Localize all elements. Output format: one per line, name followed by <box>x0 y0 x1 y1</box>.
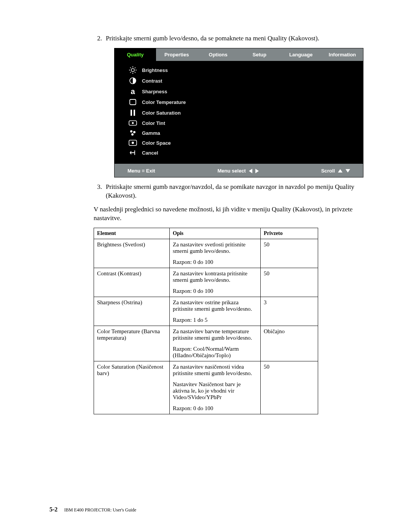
step-number: 3. <box>94 183 102 200</box>
arrow-right-icon <box>255 169 259 173</box>
svg-point-16 <box>133 131 135 133</box>
osd-item-label: Brightness <box>142 67 168 73</box>
step-2: 2. Pritiskajte smerni gumb levo/desno, d… <box>94 34 362 43</box>
cancel-icon <box>124 149 142 156</box>
svg-line-8 <box>130 72 131 73</box>
osd-item-label: Contrast <box>142 78 162 84</box>
osd-item-label: Color Space <box>142 140 171 146</box>
svg-rect-12 <box>134 110 135 116</box>
cell-opis: Za nastavitev barvne temperature pritisn… <box>170 326 261 361</box>
table-row: Brightness (Svetlost) Za nastavitev svet… <box>94 239 318 268</box>
step-3: 3. Pritiskajte smerni gumb navzgor/navzd… <box>94 183 362 200</box>
col-element: Element <box>94 228 170 239</box>
footer-title: IBM E400 PROJECTOR: User's Guide <box>64 507 136 513</box>
col-opis: Opis <box>170 228 261 239</box>
cell-privzeto: Običajno <box>261 326 318 361</box>
arrow-down-icon <box>346 169 350 173</box>
cell-opis: Za nastavitev ostrine prikaza pritisnite… <box>170 297 261 326</box>
osd-item-label: Color Saturation <box>142 110 181 116</box>
arrow-left-icon <box>249 169 252 173</box>
osd-item-sharpness[interactable]: a Sharpness <box>115 86 363 97</box>
osd-footer: Menu = Exit Menu select Scroll <box>115 165 363 177</box>
osd-footer-exit: Menu = Exit <box>127 168 155 174</box>
step-number: 2. <box>94 34 102 43</box>
svg-line-7 <box>135 67 135 68</box>
quality-options-table: Element Opis Privzeto Brightness (Svetlo… <box>94 228 318 414</box>
step-text: Pritiskajte smerni gumb levo/desno, da s… <box>106 34 362 43</box>
intro-paragraph: V naslednji preglednici so navedene možn… <box>94 205 362 222</box>
page-footer: 5-2 IBM E400 PROJECTOR: User's Guide <box>49 506 136 513</box>
osd-item-label: Color Tint <box>142 120 165 126</box>
color-tint-icon <box>124 120 142 126</box>
arrow-up-icon <box>338 169 342 173</box>
svg-point-0 <box>131 69 134 72</box>
table-row: Color Temperature (Barvna temperatura) Z… <box>94 326 318 361</box>
osd-screenshot: Quality Properties Options Setup Languag… <box>114 48 363 177</box>
table-row: Contrast (Kontrast) Za nastavitev kontra… <box>94 268 318 297</box>
svg-rect-11 <box>131 110 132 116</box>
osd-item-label: Cancel <box>142 150 158 156</box>
svg-line-6 <box>135 72 135 73</box>
cell-privzeto: 3 <box>261 297 318 326</box>
cell-element: Brightness (Svetlost) <box>94 239 170 268</box>
cell-element: Sharpness (Ostrina) <box>94 297 170 326</box>
step-text: Pritiskajte smerni gumb navzgor/navzdol,… <box>106 183 362 200</box>
contrast-icon <box>124 77 142 85</box>
osd-tab-setup[interactable]: Setup <box>239 48 280 61</box>
svg-point-17 <box>131 133 134 136</box>
osd-item-brightness[interactable]: Brightness <box>115 65 363 75</box>
osd-item-gamma[interactable]: Gamma <box>115 128 363 138</box>
osd-item-color-tint[interactable]: Color Tint <box>115 118 363 128</box>
osd-footer-select: Menu select <box>218 168 259 174</box>
cell-privzeto: 50 <box>261 361 318 414</box>
osd-item-label: Sharpness <box>142 89 167 94</box>
osd-tab-information[interactable]: Information <box>322 48 363 61</box>
osd-item-cancel[interactable]: Cancel <box>115 148 363 158</box>
osd-item-contrast[interactable]: Contrast <box>115 75 363 86</box>
osd-item-color-saturation[interactable]: Color Saturation <box>115 107 363 118</box>
osd-tab-language[interactable]: Language <box>280 48 322 61</box>
osd-tab-properties[interactable]: Properties <box>156 48 198 61</box>
svg-point-15 <box>130 130 132 133</box>
cell-element: Color Temperature (Barvna temperatura) <box>94 326 170 361</box>
osd-item-color-space[interactable]: Color Space <box>115 138 363 148</box>
svg-point-14 <box>132 122 134 124</box>
osd-menu-body: Brightness Contrast a Sharpness Color Te… <box>115 61 363 161</box>
osd-item-label: Gamma <box>142 130 160 136</box>
brightness-icon <box>124 66 142 74</box>
svg-line-5 <box>130 67 131 68</box>
col-privzeto: Privzeto <box>261 228 318 239</box>
gamma-icon <box>124 129 142 136</box>
cell-element: Color Saturation (Nasičenost barv) <box>94 361 170 414</box>
page-number: 5-2 <box>49 506 57 513</box>
svg-point-19 <box>132 142 134 144</box>
cell-privzeto: 50 <box>261 239 318 268</box>
table-row: Color Saturation (Nasičenost barv) Za na… <box>94 361 318 414</box>
osd-item-color-temperature[interactable]: Color Temperature <box>115 97 363 107</box>
color-space-icon <box>124 139 142 146</box>
osd-tab-options[interactable]: Options <box>198 48 239 61</box>
osd-tab-bar: Quality Properties Options Setup Languag… <box>115 48 363 61</box>
cell-privzeto: 50 <box>261 268 318 297</box>
osd-item-label: Color Temperature <box>142 99 186 105</box>
cell-opis: Za nastavitev kontrasta pritisnite smern… <box>170 268 261 297</box>
cell-opis: Za nastavitev svetlosti pritisnite smern… <box>170 239 261 268</box>
osd-footer-scroll: Scroll <box>321 168 350 174</box>
cell-element: Contrast (Kontrast) <box>94 268 170 297</box>
svg-rect-10 <box>130 99 136 105</box>
osd-tab-quality[interactable]: Quality <box>115 48 156 61</box>
table-row: Sharpness (Ostrina) Za nastavitev ostrin… <box>94 297 318 326</box>
color-saturation-icon <box>124 109 142 117</box>
cell-opis: Za nastavitev nasičenosti videa pritisni… <box>170 361 261 414</box>
color-temperature-icon <box>124 98 142 106</box>
sharpness-icon: a <box>124 88 142 95</box>
